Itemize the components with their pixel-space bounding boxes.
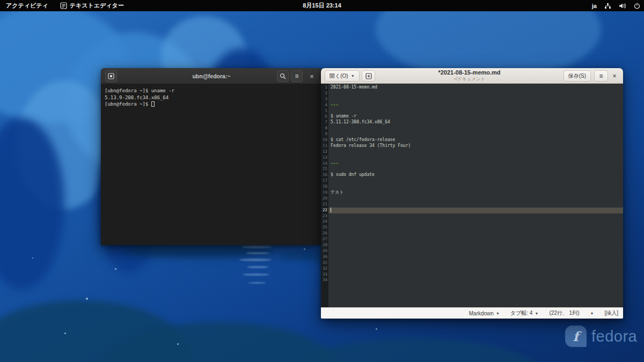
activities-button[interactable]: アクティビティ [0,0,54,11]
editor-line[interactable] [328,219,623,225]
line-number: 3 [321,97,328,102]
tab-width-label: タブ幅: 4 [510,309,533,317]
editor-line[interactable] [328,272,623,278]
editor-line[interactable] [328,225,623,231]
save-button[interactable]: 保存(S) [564,70,591,82]
editor-line[interactable]: --- [328,161,623,167]
open-button-label: 開く(O) [330,72,348,80]
line-number: 7 [321,120,328,125]
editor-line[interactable] [328,131,623,137]
editor-line[interactable] [328,91,623,97]
focused-app-name: テキストエディター [70,2,124,10]
line-number: 34 [321,277,328,283]
line-number: 21 [321,202,328,208]
editor-line[interactable] [328,266,623,272]
line-number: 25 [321,225,328,231]
editor-line[interactable]: テスト [328,190,623,196]
sparkle-dot [32,257,33,258]
search-icon[interactable] [277,70,289,82]
cursor-position[interactable]: (22行、 1列) [549,309,579,317]
language-label: Markdown [469,311,494,316]
system-status-area[interactable]: ja [588,0,644,11]
editor-line[interactable] [328,196,623,202]
language-selector[interactable]: Markdown ▼ [469,311,500,316]
open-button[interactable]: 開く(O) ▼ [325,70,360,82]
goto-line-dropdown[interactable]: ▼ [590,312,594,315]
sparkle-dot [304,248,305,250]
moonlight-reflection [241,246,272,248]
editor-line[interactable] [328,155,623,161]
editor-line[interactable]: $ sudo dnf update [328,172,623,178]
line-number: 17 [321,178,328,184]
editor-line[interactable]: 5.11.12-300.fc34.x86_64 [328,120,623,125]
sparkle-dot [376,328,377,330]
editor-line[interactable] [328,231,623,237]
editor-line[interactable]: 2021-08-15-memo.md [328,85,623,91]
line-number: 31 [321,260,328,266]
editor-line[interactable] [328,208,623,213]
fedora-logo-letter: f [573,329,579,344]
editor-line[interactable]: $ uname -r [328,114,623,120]
input-method-label: ja [592,3,597,9]
line-number: 24 [321,219,328,225]
editor-line[interactable]: $ cat /etc/fedora-release [328,137,623,143]
line-number: 11 [321,143,328,149]
editor-line[interactable] [328,108,623,114]
editor-line[interactable] [328,254,623,260]
line-number: 6 [321,114,328,120]
editor-line[interactable] [328,97,623,102]
line-number: 30 [321,254,328,260]
editor-line[interactable] [328,242,623,248]
terminal-line: [ubn@fedora ~]$ [105,101,318,108]
line-number: 32 [321,266,328,272]
terminal-line: [ubn@fedora ~]$ uname -r [105,87,318,94]
terminal-output[interactable]: [ubn@fedora ~]$ uname -r5.13.9-200.fc34.… [101,84,322,111]
editor-line[interactable]: --- [328,102,623,108]
terminal-headerbar[interactable]: ubn@fedora:~ ≡ × [101,68,322,84]
sparkle-dot [64,333,66,334]
editor-text-area[interactable]: 1234567891011121314151617181920212223242… [321,84,623,307]
editor-line[interactable] [328,125,623,131]
editor-line[interactable] [328,202,623,208]
gnome-top-bar: アクティビティ テキストエディター 8月15日 23:14 ja [0,0,644,11]
editor-headerbar[interactable]: 開く(O) ▼ *2021-08-15-memo.md ~/ドキュメント 保存(… [321,68,623,84]
power-icon[interactable] [630,0,644,11]
document-path: ~/ドキュメント [385,76,553,82]
editor-line[interactable] [328,184,623,190]
line-number: 13 [321,155,328,161]
editor-content[interactable]: 2021-08-15-memo.md---$ uname -r5.11.12-3… [328,84,623,307]
app-menu-button[interactable]: テキストエディター [54,0,130,11]
sparkle-dot [177,343,179,345]
line-number: 29 [321,248,328,254]
hamburger-menu-icon[interactable]: ≡ [594,70,608,82]
editor-line[interactable] [328,178,623,184]
chevron-down-icon: ▼ [535,312,538,315]
editor-line[interactable] [328,213,623,219]
line-number: 1 [321,85,328,91]
tab-width-selector[interactable]: タブ幅: 4 ▼ [510,309,539,317]
moonlight-reflection [247,266,268,268]
editor-line[interactable] [328,166,623,172]
line-number: 5 [321,108,328,114]
close-icon[interactable]: × [306,70,318,82]
hamburger-menu-icon[interactable]: ≡ [291,70,303,82]
sparkle-dot [86,298,88,300]
close-icon[interactable]: × [610,70,619,82]
editor-line[interactable] [328,260,623,266]
moonlight-reflection [239,258,272,261]
sparkle-dot [115,268,116,270]
line-number: 27 [321,237,328,242]
volume-icon[interactable] [615,0,630,11]
moonlight-reflection [248,282,266,284]
editor-line[interactable] [328,237,623,242]
editor-line[interactable] [328,248,623,254]
editor-line[interactable] [328,149,623,155]
chevron-down-icon: ▼ [590,312,594,315]
network-icon[interactable] [601,0,615,11]
editor-line[interactable] [328,277,623,283]
moonlight-reflection [243,274,269,276]
input-method-indicator[interactable]: ja [588,0,601,11]
save-button-label: 保存(S) [568,72,586,80]
editor-line[interactable]: Fedora release 34 (Thirty Four) [328,143,623,149]
new-document-button[interactable] [362,70,375,82]
